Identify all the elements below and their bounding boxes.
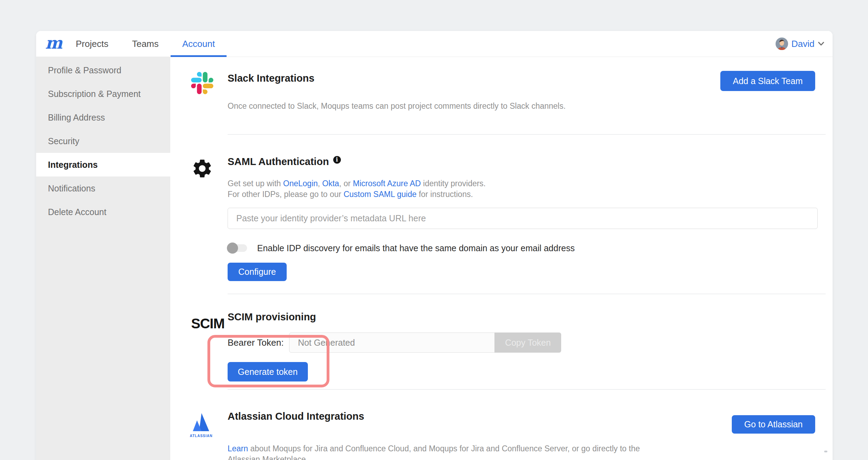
configure-button[interactable]: Configure <box>228 263 287 281</box>
slack-logo-icon <box>191 72 213 94</box>
idp-discovery-label: Enable IDP discovery for emails that hav… <box>257 243 575 253</box>
info-icon[interactable]: i <box>333 156 341 164</box>
nav-spacer <box>227 31 775 57</box>
okta-link[interactable]: Okta <box>322 179 339 188</box>
add-slack-team-button[interactable]: Add a Slack Team <box>720 71 815 91</box>
nav-tabs: Projects Teams Account <box>64 31 227 57</box>
chevron-down-icon <box>818 42 824 46</box>
slack-section: Slack Integrations Add a Slack Team Once… <box>191 57 826 135</box>
bearer-token-label: Bearer Token: <box>228 337 284 348</box>
atlassian-logo-text: ATLASSIAN <box>189 434 213 438</box>
custom-saml-guide-link[interactable]: Custom SAML guide <box>344 190 417 199</box>
slack-section-title: Slack Integrations <box>228 72 314 84</box>
sidebar-item-security[interactable]: Security <box>36 129 170 153</box>
user-name: David <box>792 39 814 49</box>
metadata-url-input[interactable] <box>228 208 818 229</box>
top-nav: m Projects Teams Account David <box>36 31 833 57</box>
gear-icon <box>191 157 213 180</box>
atlassian-logo-icon: ATLASSIAN <box>189 413 213 438</box>
generate-token-button[interactable]: Generate token <box>228 362 308 381</box>
atlassian-section-description: Learn about Moqups for Jira and Confluen… <box>228 443 658 460</box>
saml-section: SAML Authenticationi Get set up with One… <box>191 135 826 294</box>
idp-discovery-row: Enable IDP discovery for emails that hav… <box>228 243 826 254</box>
account-settings-card: m Projects Teams Account David <box>36 31 833 460</box>
bearer-token-field[interactable]: Not Generated <box>289 332 495 353</box>
sidebar-item-integrations[interactable]: Integrations <box>36 153 170 176</box>
atlassian-section: ATLASSIAN Atlassian Cloud Integrations G… <box>191 390 826 460</box>
scim-section-title: SCIM provisioning <box>228 311 316 323</box>
sidebar-item-subscription-payment[interactable]: Subscription & Payment <box>36 82 170 106</box>
saml-section-title: SAML Authenticationi <box>228 156 341 167</box>
scim-logo: SCIM <box>191 316 228 331</box>
copy-token-button[interactable]: Copy Token <box>494 332 561 353</box>
bearer-token-row: Bearer Token: Not Generated Copy Token <box>228 332 826 353</box>
sidebar-item-billing-address[interactable]: Billing Address <box>36 106 170 129</box>
scim-section: SCIM SCIM provisioning Bearer Token: Not… <box>191 294 826 390</box>
idp-discovery-toggle[interactable] <box>228 244 247 252</box>
sidebar-item-delete-account[interactable]: Delete Account <box>36 200 170 224</box>
settings-sidebar: Profile & Password Subscription & Paymen… <box>36 57 170 460</box>
integrations-panel: Slack Integrations Add a Slack Team Once… <box>170 57 833 460</box>
slack-section-description: Once connected to Slack, Moqups teams ca… <box>228 101 826 112</box>
azure-ad-link[interactable]: Microsoft Azure AD <box>353 179 421 188</box>
sidebar-item-profile-password[interactable]: Profile & Password <box>36 58 170 82</box>
user-menu[interactable]: David <box>776 31 824 57</box>
go-to-atlassian-button[interactable]: Go to Atlassian <box>732 415 815 434</box>
moqups-logo[interactable]: m <box>45 31 64 57</box>
atlassian-section-title: Atlassian Cloud Integrations <box>228 410 364 422</box>
onelogin-link[interactable]: OneLogin <box>283 179 318 188</box>
tab-teams[interactable]: Teams <box>120 31 171 57</box>
learn-link[interactable]: Learn <box>228 444 248 453</box>
toggle-knob <box>227 243 238 254</box>
tab-projects[interactable]: Projects <box>64 31 120 57</box>
tab-account[interactable]: Account <box>171 31 227 57</box>
saml-section-description: Get set up with OneLogin, Okta, or Micro… <box>228 178 826 200</box>
avatar <box>776 38 788 50</box>
horizontal-scrollbar-thumb[interactable] <box>824 451 827 452</box>
moqups-logo-letter: m <box>45 35 63 51</box>
sidebar-item-notifications[interactable]: Notifications <box>36 176 170 200</box>
